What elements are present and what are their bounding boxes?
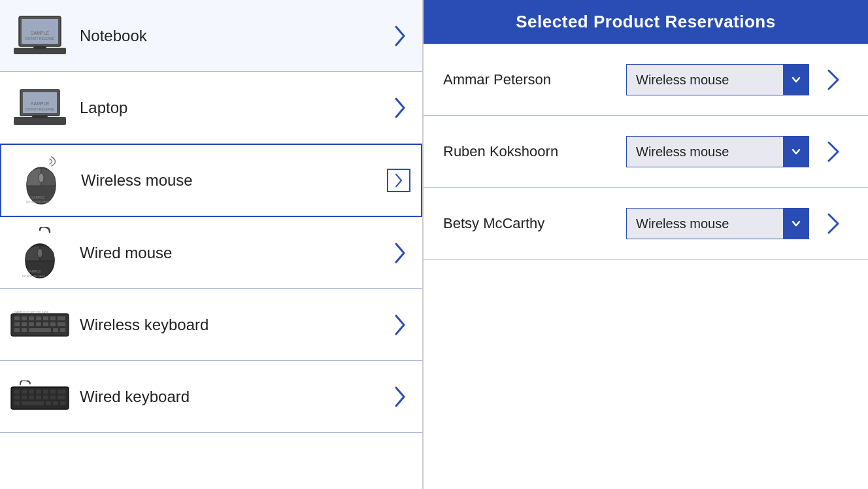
svg-rect-36 — [50, 322, 56, 326]
svg-rect-48 — [36, 390, 41, 394]
svg-rect-25 — [22, 316, 27, 320]
reservation-name-ammar: Ammar Peterson — [443, 71, 626, 88]
svg-rect-50 — [50, 390, 56, 394]
reservation-go-ruben[interactable] — [820, 137, 848, 166]
wireless-keyboard-label: Wireless keyboard — [80, 316, 388, 334]
product-item-wireless-keyboard[interactable]: SAMPLE DO NOT RELEASE Wireless keyboard — [0, 289, 422, 361]
svg-rect-41 — [53, 328, 58, 332]
svg-rect-28 — [43, 316, 48, 320]
wired-keyboard-icon — [10, 371, 69, 423]
svg-rect-39 — [22, 328, 27, 332]
reservations-panel: Selected Product Reservations Ammar Pete… — [424, 0, 868, 489]
svg-text:DO NOT RELEASE: DO NOT RELEASE — [22, 275, 45, 278]
svg-rect-35 — [43, 322, 48, 326]
reservations-header: Selected Product Reservations — [424, 0, 868, 44]
reservation-list: Ammar Peterson Wireless mouse Wired mous… — [424, 44, 868, 489]
reservation-select-ruben[interactable]: Wireless mouse Wired mouse Notebook Lapt… — [626, 136, 809, 167]
product-item-wired-keyboard[interactable]: Wired keyboard — [0, 361, 422, 433]
notebook-icon: SAMPLE DO NOT RELEASE — [10, 10, 69, 62]
reservation-select-betsy[interactable]: Wireless mouse Wired mouse Notebook Lapt… — [626, 208, 809, 239]
svg-rect-27 — [36, 316, 41, 320]
laptop-icon: SAMPLE DO NOT RELEASE — [10, 82, 69, 134]
reservation-row-ruben: Ruben Kokshoorn Wireless mouse Wired mou… — [424, 116, 868, 188]
wired-mouse-chevron[interactable] — [388, 241, 412, 265]
svg-text:SAMPLE DO NOT RELEASE: SAMPLE DO NOT RELEASE — [14, 311, 49, 314]
svg-rect-29 — [50, 316, 56, 320]
product-item-notebook[interactable]: SAMPLE DO NOT RELEASE Notebook — [0, 0, 422, 72]
svg-rect-4 — [33, 46, 46, 49]
product-item-wireless-mouse[interactable]: SAMPLE DO NOT RELEASE Wireless mouse — [0, 144, 422, 217]
svg-rect-49 — [43, 390, 48, 394]
product-item-wired-mouse[interactable]: SAMPLE DO NOT RELEASE Wired mouse — [0, 217, 422, 289]
svg-rect-57 — [50, 396, 56, 399]
product-list: SAMPLE DO NOT RELEASE Notebook SAMPLE DO… — [0, 0, 424, 489]
svg-rect-32 — [22, 322, 27, 326]
svg-text:DO NOT RELEASE: DO NOT RELEASE — [25, 37, 54, 41]
svg-rect-40 — [29, 328, 51, 332]
svg-rect-61 — [46, 401, 51, 405]
svg-rect-26 — [29, 316, 34, 320]
wireless-keyboard-icon: SAMPLE DO NOT RELEASE — [10, 299, 69, 351]
svg-rect-11 — [32, 116, 48, 118]
reservation-go-betsy[interactable] — [820, 209, 848, 238]
svg-text:SAMPLE: SAMPLE — [31, 195, 45, 199]
wired-keyboard-chevron[interactable] — [388, 385, 412, 409]
reservation-row-ammar: Ammar Peterson Wireless mouse Wired mous… — [424, 44, 868, 116]
svg-rect-59 — [14, 401, 20, 405]
svg-rect-55 — [36, 396, 41, 399]
svg-rect-47 — [29, 390, 34, 394]
svg-rect-38 — [14, 328, 20, 332]
svg-rect-46 — [22, 390, 27, 394]
wired-mouse-label: Wired mouse — [80, 244, 388, 262]
wireless-keyboard-chevron[interactable] — [388, 313, 412, 337]
reservation-name-ruben: Ruben Kokshoorn — [443, 143, 626, 160]
wired-mouse-icon: SAMPLE DO NOT RELEASE — [10, 227, 69, 279]
reservation-row-betsy: Betsy McCarthy Wireless mouse Wired mous… — [424, 188, 868, 260]
svg-point-20 — [37, 248, 42, 258]
reservation-select-wrapper-ruben: Wireless mouse Wired mouse Notebook Lapt… — [626, 136, 809, 167]
laptop-chevron[interactable] — [388, 96, 412, 120]
svg-rect-34 — [36, 322, 41, 326]
reservation-select-ammar[interactable]: Wireless mouse Wired mouse Notebook Lapt… — [626, 64, 809, 95]
reservation-go-ammar[interactable] — [820, 65, 848, 94]
svg-rect-53 — [22, 396, 27, 399]
wireless-mouse-chevron[interactable] — [387, 169, 410, 192]
wireless-mouse-icon: SAMPLE DO NOT RELEASE — [12, 154, 71, 207]
laptop-label: Laptop — [80, 99, 388, 117]
wired-keyboard-label: Wired keyboard — [80, 388, 388, 406]
notebook-chevron[interactable] — [388, 24, 412, 48]
svg-point-16 — [39, 173, 44, 182]
reservation-select-wrapper-betsy: Wireless mouse Wired mouse Notebook Lapt… — [626, 208, 809, 239]
svg-rect-54 — [29, 396, 34, 399]
svg-text:SAMPLE: SAMPLE — [27, 269, 41, 273]
reservation-select-wrapper-ammar: Wireless mouse Wired mouse Notebook Lapt… — [626, 64, 809, 95]
product-item-laptop[interactable]: SAMPLE DO NOT RELEASE Laptop — [0, 72, 422, 144]
reservation-name-betsy: Betsy McCarthy — [443, 215, 626, 232]
wireless-mouse-label: Wireless mouse — [81, 171, 387, 190]
svg-text:DO NOT RELEASE: DO NOT RELEASE — [25, 107, 54, 111]
svg-rect-56 — [43, 396, 48, 399]
svg-rect-42 — [60, 328, 65, 332]
svg-rect-52 — [14, 396, 20, 399]
svg-rect-24 — [14, 316, 20, 320]
svg-rect-51 — [58, 390, 65, 394]
svg-rect-33 — [29, 322, 34, 326]
svg-rect-60 — [22, 401, 44, 405]
svg-rect-31 — [14, 322, 20, 326]
svg-rect-30 — [58, 316, 65, 320]
svg-text:SAMPLE: SAMPLE — [31, 31, 50, 35]
svg-rect-58 — [58, 396, 65, 399]
svg-rect-45 — [14, 390, 20, 394]
svg-rect-62 — [53, 401, 58, 405]
svg-rect-63 — [60, 401, 65, 405]
svg-text:DO NOT RELEASE: DO NOT RELEASE — [26, 200, 49, 203]
notebook-label: Notebook — [80, 27, 388, 45]
svg-text:SAMPLE: SAMPLE — [31, 101, 50, 106]
svg-rect-37 — [58, 322, 65, 326]
